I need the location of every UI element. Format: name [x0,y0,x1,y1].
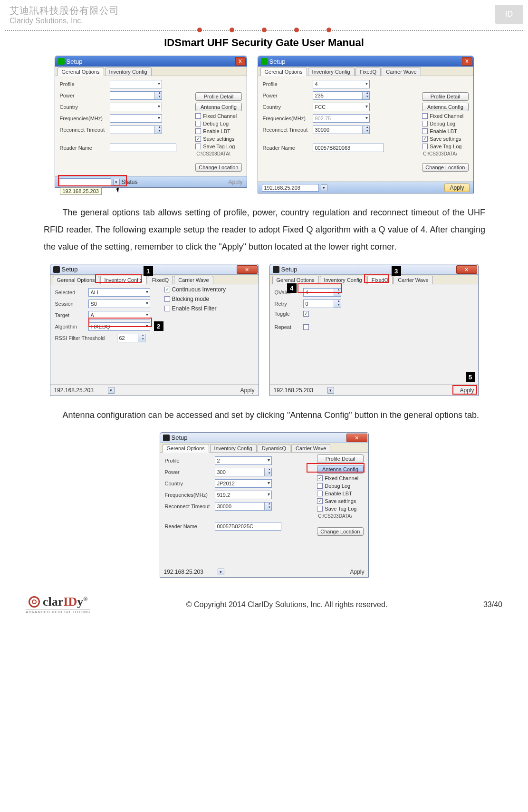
antenna-config-button[interactable]: Antenna Config [195,103,241,111]
power-spinner[interactable] [110,91,162,100]
session-dropdown[interactable]: S0 [88,300,150,308]
power-spinner[interactable]: 235 [313,91,370,100]
footer-copyright: © Copyright 2014 ClarIDy Solutions, Inc.… [186,600,388,609]
fixed-channel-checkbox[interactable] [422,113,428,119]
app-icon [273,266,279,273]
country-dropdown[interactable]: JP2012 [215,479,272,488]
save-tag-log-checkbox[interactable] [422,144,428,149]
label-toggle: Toggle [275,311,303,317]
ip-dropdown[interactable]: 192.168.25.203 [262,184,319,192]
save-tag-log-checkbox[interactable] [195,144,201,149]
tab-inventory-config[interactable]: Inventory Config [105,68,152,76]
country-dropdown[interactable] [110,103,162,111]
save-tag-log-checkbox[interactable] [317,506,323,512]
frequencies-dropdown[interactable]: 902.75 [313,114,370,123]
reader-name-field[interactable]: 00057B82025C [215,522,281,531]
reconnect-spinner[interactable] [110,126,162,134]
reader-name-field[interactable]: 00057B820063 [313,144,384,152]
repeat-checkbox[interactable] [303,324,309,330]
enable-lbt-checkbox[interactable] [422,128,428,134]
company-name-en: Claridy Solutions, Inc. [10,16,119,25]
frequencies-dropdown[interactable] [110,114,162,123]
rssi-threshold-spinner[interactable]: 62 [117,334,145,342]
data-path-label: C:\CS203DATA\ [195,151,241,156]
enable-lbt-label: Enable LBT [325,491,352,496]
reader-name-field[interactable] [110,144,176,152]
change-location-button[interactable]: Change Location [195,163,241,172]
label-country: Country [165,481,215,486]
close-icon[interactable]: ✕ [456,265,477,274]
close-icon[interactable]: X [235,57,246,66]
apply-button[interactable]: Apply [240,387,254,394]
close-icon[interactable]: ✕ [237,265,258,274]
tab-fixedq[interactable]: FixedQ [355,68,381,76]
country-dropdown[interactable]: FCC [313,103,370,111]
window-title: Setup [172,434,188,441]
fixed-channel-checkbox[interactable]: ✓ [317,475,323,481]
antenna-config-button[interactable]: Antenna Config [422,103,468,111]
enable-rssi-filter-label: Enable Rssi Filter [172,305,217,312]
reconnect-spinner[interactable]: 30000 [215,502,272,511]
tab-inventory-config[interactable]: Inventory Config [210,444,257,452]
change-location-button[interactable]: Change Location [317,527,363,536]
close-icon[interactable]: X [462,57,472,66]
tab-dynamicq[interactable]: DynamicQ [258,444,290,452]
tab-inventory-config[interactable]: Inventory Config [308,68,355,76]
label-reader-name: Reader Name [60,145,110,151]
save-tag-log-label: Save Tag Log [430,144,461,149]
tab-inventory-config[interactable]: Inventory Config [320,276,366,284]
tab-general-options[interactable]: Gerenal Options [260,68,307,76]
close-icon[interactable]: ✕ [346,434,367,442]
tab-general-options[interactable]: Gerenal Options [53,276,99,284]
window-title: Setup [67,58,83,65]
profile-dropdown[interactable]: 2 [215,456,272,465]
profile-detail-button[interactable]: Profile Detail [422,92,468,101]
enable-lbt-checkbox[interactable] [317,491,323,496]
apply-button[interactable]: Apply [444,184,469,192]
tab-general-options[interactable]: Gerenal Options [272,276,319,284]
enable-rssi-filter-checkbox[interactable] [164,306,170,311]
profile-detail-button[interactable]: Profile Detail [195,92,241,101]
fixed-channel-checkbox[interactable] [195,113,201,119]
continuous-inventory-checkbox[interactable]: ✓ [164,287,170,292]
chevron-down-icon[interactable]: ▾ [108,387,115,394]
change-location-button[interactable]: Change Location [422,163,468,172]
chevron-down-icon[interactable]: ▾ [321,184,327,191]
apply-button[interactable]: Apply [228,179,242,185]
toggle-checkbox[interactable]: ✓ [303,311,309,317]
selected-dropdown[interactable]: ALL [88,288,150,297]
tab-carrier-wave[interactable]: Carrier Wave [174,276,213,284]
save-settings-checkbox[interactable]: ✓ [317,498,323,504]
power-spinner[interactable]: 300 [215,468,272,476]
fixed-channel-label: Fixed Channel [203,113,237,119]
profile-dropdown[interactable] [110,80,162,88]
profile-detail-button[interactable]: Profile Detail [317,454,363,463]
profile-dropdown[interactable]: 4 [313,80,370,88]
chevron-down-icon[interactable]: ▾ [218,569,224,575]
data-path-label: C:\CS203DATA\ [317,513,363,519]
label-reconnect-timeout: Reconnect Timeout [263,127,313,133]
tab-general-options[interactable]: Gerenal Options [58,68,104,76]
debug-log-label: Debug Log [430,121,455,126]
tab-fixedq[interactable]: FixedQ [148,276,173,284]
enable-lbt-checkbox[interactable] [195,128,201,134]
tab-carrier-wave[interactable]: Carrier Wave [382,68,421,76]
blocking-mode-checkbox[interactable] [164,296,170,302]
fixed-channel-label: Fixed Channel [325,475,358,481]
save-settings-checkbox[interactable]: ✓ [422,136,428,142]
debug-log-checkbox[interactable] [195,121,201,126]
tab-carrier-wave[interactable]: Carrier Wave [291,444,330,452]
debug-log-checkbox[interactable] [422,121,428,126]
chevron-down-icon[interactable]: ▾ [327,387,334,394]
frequencies-dropdown[interactable]: 919.2 [215,491,272,499]
debug-log-checkbox[interactable] [317,483,323,489]
save-settings-checkbox[interactable]: ✓ [195,136,201,142]
reconnect-spinner[interactable]: 30000 [313,126,370,134]
tab-carrier-wave[interactable]: Carrier Wave [394,276,432,284]
ip-text: 192.168.25.203 [54,387,94,394]
apply-button[interactable]: Apply [350,569,364,575]
tab-general-options[interactable]: Gerenal Options [163,444,209,453]
label-profile: Profile [165,458,215,464]
label-frequencies: Frequencies(MHz) [60,116,110,121]
retry-spinner[interactable]: 0 [303,300,341,308]
